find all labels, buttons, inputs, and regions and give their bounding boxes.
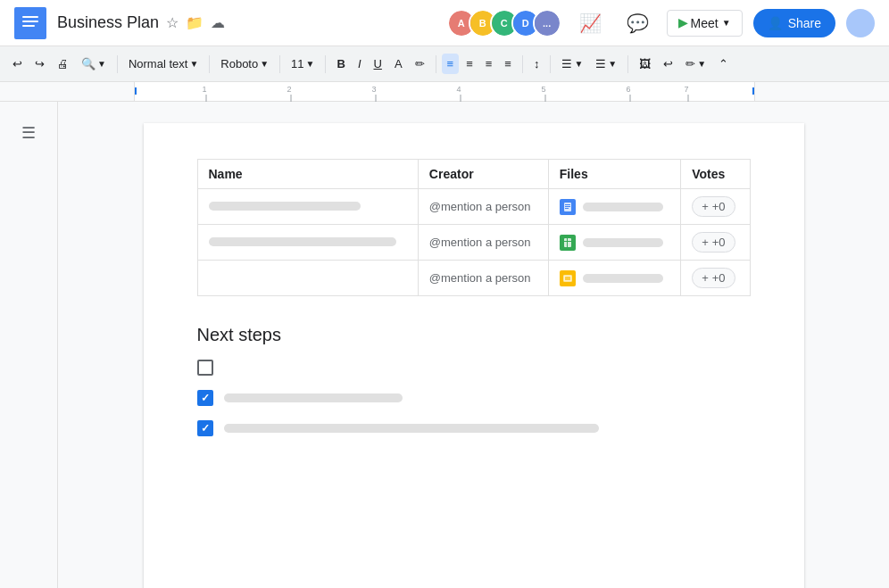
mention-3: @mention a person bbox=[429, 271, 531, 285]
size-label: 11 bbox=[291, 57, 303, 70]
divider-2 bbox=[209, 55, 210, 73]
divider-1 bbox=[117, 55, 118, 73]
style-dropdown[interactable]: Normal text ▼ bbox=[123, 55, 204, 72]
svg-rect-27 bbox=[565, 277, 570, 280]
vote-count-1: +0 bbox=[712, 200, 726, 213]
text-color-button[interactable]: A bbox=[389, 54, 408, 74]
table-cell-files-1[interactable] bbox=[548, 189, 680, 225]
bold-button[interactable]: B bbox=[331, 54, 350, 74]
svg-text:3: 3 bbox=[371, 85, 376, 94]
table-cell-votes-3[interactable]: + +0 bbox=[681, 261, 750, 296]
title-bar: Business Plan ☆ 📁 ☁ A B C D ... 📈 💬 ▶ bbox=[0, 0, 889, 46]
svg-rect-1 bbox=[22, 16, 38, 18]
vote-button-3[interactable]: + +0 bbox=[692, 268, 735, 288]
outline-icon[interactable]: ☰ bbox=[14, 116, 43, 150]
font-chevron: ▼ bbox=[260, 59, 269, 69]
activity-button[interactable]: 📈 bbox=[572, 9, 609, 37]
svg-rect-0 bbox=[14, 7, 46, 39]
header-right: A B C D ... 📈 💬 ▶ Meet ▼ 👤 Share bbox=[447, 9, 875, 37]
table-cell-files-3[interactable] bbox=[548, 261, 680, 296]
document-title[interactable]: Business Plan bbox=[57, 13, 159, 32]
align-right-button[interactable]: ≡ bbox=[480, 54, 498, 74]
zoom-icon: 🔍 bbox=[81, 57, 96, 70]
svg-text:1: 1 bbox=[202, 85, 206, 94]
user-avatar[interactable] bbox=[846, 9, 875, 37]
table-row: @mention a person bbox=[197, 225, 750, 261]
checkbox-1[interactable] bbox=[197, 360, 213, 376]
cloud-icon[interactable]: ☁ bbox=[211, 14, 225, 31]
table-cell-name-1[interactable] bbox=[197, 189, 418, 225]
print-button[interactable]: 🖨 bbox=[52, 54, 74, 74]
table-cell-creator-3[interactable]: @mention a person bbox=[418, 261, 548, 296]
redo-button[interactable]: ↪ bbox=[29, 54, 50, 74]
ruler: 1 2 3 4 5 6 7 bbox=[0, 82, 889, 102]
collaborators-avatars: A B C D ... bbox=[447, 9, 561, 37]
underline-button[interactable]: U bbox=[369, 54, 387, 74]
table-cell-votes-2[interactable]: + +0 bbox=[681, 225, 750, 261]
share-icon: 👤 bbox=[768, 16, 783, 30]
style-chevron: ▼ bbox=[189, 59, 198, 69]
table-cell-name-2[interactable] bbox=[197, 225, 418, 261]
table-row: @mention a person bbox=[197, 261, 750, 296]
meet-button[interactable]: ▶ Meet ▼ bbox=[667, 10, 743, 37]
folder-icon[interactable]: 📁 bbox=[186, 14, 204, 31]
mention-1: @mention a person bbox=[429, 200, 531, 213]
zoom-dropdown[interactable]: 🔍 ▼ bbox=[76, 55, 112, 72]
meet-chevron: ▼ bbox=[722, 18, 731, 28]
next-steps-title: Next steps bbox=[197, 325, 751, 345]
avatar-5: ... bbox=[533, 9, 561, 37]
list-item bbox=[197, 420, 751, 436]
more-button[interactable]: ⌃ bbox=[713, 54, 734, 74]
title-action-icons: ☆ 📁 ☁ bbox=[166, 14, 225, 31]
star-icon[interactable]: ☆ bbox=[166, 14, 179, 31]
zoom-chevron: ▼ bbox=[97, 59, 106, 69]
table-cell-votes-1[interactable]: + +0 bbox=[681, 189, 750, 225]
share-button[interactable]: 👤 Share bbox=[753, 9, 835, 37]
table-row: @mention a person bbox=[197, 189, 750, 225]
vote-plus-1: + bbox=[702, 200, 709, 213]
font-label: Roboto bbox=[220, 57, 258, 70]
vote-plus-3: + bbox=[702, 271, 709, 285]
align-left-button[interactable]: ≡ bbox=[442, 54, 460, 74]
vote-button-1[interactable]: + +0 bbox=[692, 196, 735, 217]
table-cell-name-3[interactable] bbox=[197, 261, 418, 296]
checkbox-3[interactable] bbox=[197, 420, 213, 436]
svg-rect-21 bbox=[565, 208, 569, 209]
document-area[interactable]: Name Creator Files Votes @mention a pers… bbox=[58, 102, 889, 588]
undo-button[interactable]: ↩ bbox=[7, 54, 28, 74]
bullet-list-button[interactable]: ☰ ▼ bbox=[556, 55, 588, 72]
italic-button[interactable]: I bbox=[353, 54, 367, 74]
undo2-button[interactable]: ↩ bbox=[658, 54, 678, 74]
font-dropdown[interactable]: Roboto ▼ bbox=[215, 55, 274, 72]
vote-button-2[interactable]: + +0 bbox=[692, 232, 735, 253]
file-cell-1 bbox=[560, 199, 669, 215]
svg-text:6: 6 bbox=[626, 85, 630, 94]
meet-label: Meet bbox=[691, 16, 719, 30]
mention-2: @mention a person bbox=[429, 236, 531, 249]
line-spacing-button[interactable]: ↕ bbox=[528, 54, 545, 74]
file-placeholder-3 bbox=[583, 274, 663, 283]
svg-rect-2 bbox=[22, 21, 38, 22]
sheets-icon bbox=[560, 235, 576, 251]
comments-button[interactable]: 💬 bbox=[619, 9, 656, 37]
image-button[interactable]: 🖼 bbox=[634, 54, 656, 74]
table-header-name: Name bbox=[197, 160, 418, 189]
google-docs-icon bbox=[14, 7, 46, 39]
drawing-icon: ✏ bbox=[685, 57, 695, 70]
table-cell-creator-1[interactable]: @mention a person bbox=[418, 189, 548, 225]
highlight-button[interactable]: ✏ bbox=[410, 54, 430, 74]
numbered-list-button[interactable]: ☰ ▼ bbox=[590, 55, 622, 72]
next-steps-section: Next steps bbox=[197, 325, 751, 436]
table-cell-creator-2[interactable]: @mention a person bbox=[418, 225, 548, 261]
table-cell-files-2[interactable] bbox=[548, 225, 680, 261]
divider-7 bbox=[550, 55, 551, 73]
align-justify-button[interactable]: ≡ bbox=[499, 54, 517, 74]
checkbox-2[interactable] bbox=[197, 390, 213, 406]
file-cell-2 bbox=[560, 235, 669, 251]
svg-text:2: 2 bbox=[287, 85, 291, 94]
drawing-button[interactable]: ✏ ▼ bbox=[680, 55, 711, 72]
svg-rect-20 bbox=[565, 206, 570, 207]
size-dropdown[interactable]: 11 ▼ bbox=[286, 55, 320, 72]
align-center-button[interactable]: ≡ bbox=[461, 54, 478, 74]
checklist-text-3 bbox=[224, 424, 599, 433]
